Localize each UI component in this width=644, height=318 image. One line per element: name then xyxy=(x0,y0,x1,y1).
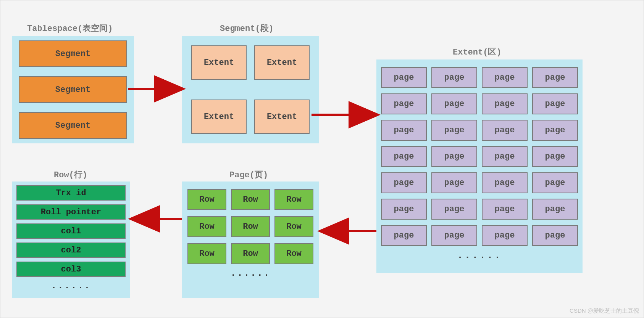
page-box: page xyxy=(532,225,578,246)
page-box: page xyxy=(532,199,578,220)
row-box: Row xyxy=(231,216,270,237)
page-box: page xyxy=(431,120,477,141)
row-box: Row xyxy=(274,189,313,210)
row-field: Trx id xyxy=(16,185,126,201)
page-box: page xyxy=(381,93,427,114)
row-box: Row xyxy=(187,216,226,237)
segment-box: Segment xyxy=(19,112,127,139)
segment-box: Segment xyxy=(19,40,127,67)
extent-container: pagepagepagepagepagepagepagepagepagepage… xyxy=(376,59,583,273)
page-box: page xyxy=(381,146,427,167)
page-box: page xyxy=(431,199,477,220)
extent-box: Extent xyxy=(254,45,310,80)
page-box: page xyxy=(431,172,477,193)
row-box: Row xyxy=(187,243,226,264)
page-box: page xyxy=(431,225,477,246)
page-box: page xyxy=(482,120,528,141)
row-box: Row xyxy=(187,189,226,210)
row-field: col1 xyxy=(16,223,126,239)
row-field: col2 xyxy=(16,243,126,258)
title-page: Page(页) xyxy=(229,169,268,180)
extent-grid: pagepagepagepagepagepagepagepagepagepage… xyxy=(381,67,578,246)
page-box: page xyxy=(532,172,578,193)
title-tablespace: Tablespace(表空间) xyxy=(27,22,113,34)
segment-box: Segment xyxy=(19,76,127,103)
page-box: page xyxy=(431,146,477,167)
row-field: col3 xyxy=(16,262,126,277)
extent-box: Extent xyxy=(191,45,247,80)
page-more-dots: ...... xyxy=(187,268,313,278)
page-box: page xyxy=(532,146,578,167)
row-container: Trx id Roll pointer col1 col2 col3 .....… xyxy=(12,181,130,298)
page-box: page xyxy=(482,172,528,193)
page-grid: RowRowRowRowRowRowRowRowRow xyxy=(187,189,313,264)
extent-more-dots: ...... xyxy=(381,250,578,261)
segment-container: Extent Extent Extent Extent xyxy=(182,36,319,143)
page-box: page xyxy=(482,225,528,246)
extent-box: Extent xyxy=(254,100,310,134)
page-box: page xyxy=(482,67,528,88)
extent-box: Extent xyxy=(191,100,247,134)
row-box: Row xyxy=(231,189,270,210)
title-row: Row(行) xyxy=(54,169,87,180)
page-box: page xyxy=(381,199,427,220)
row-box: Row xyxy=(231,243,270,264)
row-field: Roll pointer xyxy=(16,204,126,220)
page-box: page xyxy=(532,67,578,88)
page-box: page xyxy=(431,67,477,88)
page-box: page xyxy=(431,93,477,114)
page-box: page xyxy=(482,93,528,114)
row-box: Row xyxy=(274,243,313,264)
page-container: RowRowRowRowRowRowRowRowRow ...... xyxy=(182,181,319,298)
page-box: page xyxy=(381,172,427,193)
row-more-dots: ...... xyxy=(16,281,126,291)
row-box: Row xyxy=(274,216,313,237)
page-box: page xyxy=(532,93,578,114)
page-box: page xyxy=(381,120,427,141)
tablespace-container: Segment Segment Segment xyxy=(12,36,134,143)
page-box: page xyxy=(381,67,427,88)
title-extent: Extent(区) xyxy=(453,46,502,58)
page-box: page xyxy=(381,225,427,246)
page-box: page xyxy=(482,199,528,220)
title-segment: Segment(段) xyxy=(220,22,274,34)
watermark: CSDN @爱吃芝士的土豆倪 xyxy=(570,307,639,315)
page-box: page xyxy=(532,120,578,141)
page-box: page xyxy=(482,146,528,167)
